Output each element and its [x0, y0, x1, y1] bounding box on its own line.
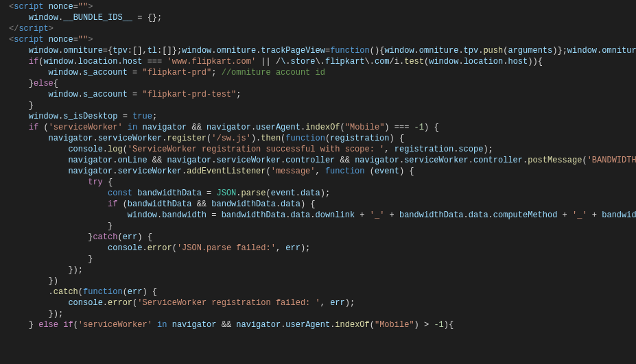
- code-line: .catch(function(err) {: [0, 287, 636, 298]
- code-content: <script nonce=""> window.__BUNDLE_IDS__ …: [0, 1, 636, 330]
- code-line: }catch(err) {: [0, 232, 636, 243]
- code-line: if (bandwidthData && bandwidthData.data)…: [0, 199, 636, 210]
- code-line: window.s_account = "flipkart-prd"; //omn…: [0, 67, 636, 78]
- code-line: });: [0, 265, 636, 276]
- code-line: }: [0, 100, 636, 111]
- code-line: window.bandwidth = bandwidthData.data.do…: [0, 210, 636, 221]
- code-line: }): [0, 276, 636, 287]
- code-line: });: [0, 308, 636, 319]
- code-line: window.omniture={tpv:[],tl:[]};window.om…: [0, 45, 636, 56]
- code-line: const bandwidthData = JSON.parse(event.d…: [0, 188, 636, 199]
- code-line: navigator.serviceWorker.addEventListener…: [0, 166, 636, 177]
- code-line: }: [0, 221, 636, 232]
- code-line: console.error('ServiceWorker registratio…: [0, 298, 636, 308]
- code-line: console.log('ServiceWorker registration …: [0, 144, 636, 155]
- code-line: }: [0, 254, 636, 265]
- code-line: if(window.location.host === 'www.flipkar…: [0, 56, 636, 67]
- code-line: <script nonce="">: [0, 1, 636, 12]
- code-line: navigator.serviceWorker.register('/sw.js…: [0, 133, 636, 144]
- code-line: } else if('serviceWorker' in navigator &…: [0, 319, 636, 330]
- code-line: }else{: [0, 78, 636, 89]
- code-editor[interactable]: <script nonce=""> window.__BUNDLE_IDS__ …: [0, 0, 636, 364]
- code-line: window.s_isDesktop = true;: [0, 111, 636, 122]
- code-line: if ('serviceWorker' in navigator && navi…: [0, 122, 636, 133]
- code-line: <script nonce="">: [0, 34, 636, 45]
- code-line: try {: [0, 177, 636, 188]
- code-line: window.__BUNDLE_IDS__ = {};: [0, 12, 636, 23]
- code-line: console.error('JSON.parse failed:', err)…: [0, 243, 636, 254]
- code-line: navigator.onLine && navigator.serviceWor…: [0, 155, 636, 166]
- code-line: </script>: [0, 23, 636, 34]
- code-line: window.s_account = "flipkart-prd-test";: [0, 89, 636, 100]
